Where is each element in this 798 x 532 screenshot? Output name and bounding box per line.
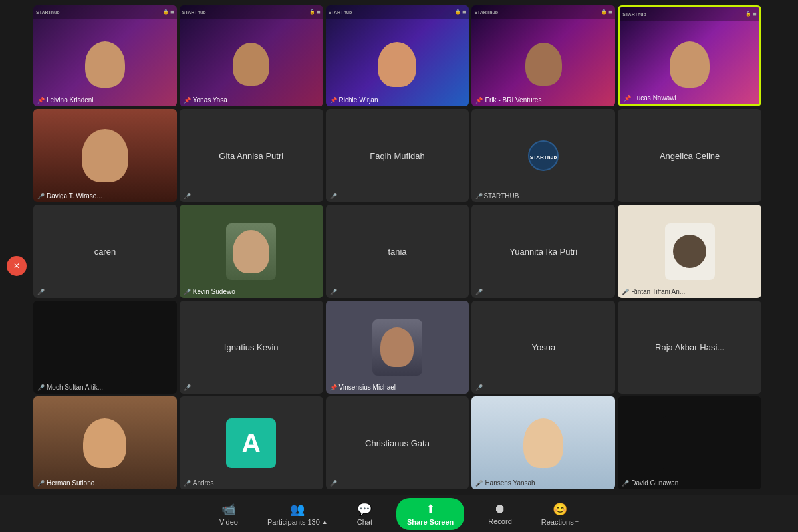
- tile-yosua: Yosua 🎤: [471, 301, 615, 394]
- name-andres: 🎤 Andres: [184, 479, 214, 487]
- reactions-icon: 😊: [553, 502, 567, 517]
- name-tania: tania: [388, 247, 406, 257]
- muted-gita: 🎤: [184, 193, 191, 200]
- record-icon: ⏺: [494, 502, 506, 516]
- muted-caren: 🎤: [37, 289, 45, 295]
- end-meeting-button[interactable]: ✕: [7, 256, 27, 276]
- tile-david: 🎤 David Gunawan: [618, 396, 761, 489]
- name-vinsensius: 📌 Vinsensius Michael: [330, 384, 396, 391]
- muted-yuannita: 🎤: [475, 289, 483, 295]
- video-header-richie: STARThub 🔒 ◼: [326, 5, 469, 19]
- tile-vinsensius: 📌 Vinsensius Michael: [326, 301, 469, 394]
- muted-starthub: 🎤: [475, 193, 483, 200]
- face-yonas: [180, 5, 323, 106]
- record-label: Record: [488, 517, 511, 525]
- name-angelica: Angelica Celine: [660, 151, 720, 161]
- grid-row-4: 🎤 Herman Sutiono A 🎤 Andres Christianus …: [33, 396, 761, 489]
- tile-hansens: 🎤 Hansens Yansah: [471, 396, 615, 489]
- name-kevin: 🎤 Kevin Sudewo: [184, 288, 235, 295]
- name-hansens: 🎤 Hansens Yansah: [475, 479, 535, 487]
- name-yosua: Yosua: [531, 342, 555, 352]
- grid-row-3: 🎤 Moch Sultan Altik... Ignatius Kevin 🎤 …: [33, 301, 761, 394]
- tile-angelica: Angelica Celine: [618, 109, 761, 202]
- video-icon: 📹: [221, 502, 236, 517]
- starthub-logo-icon: STARThub: [527, 139, 560, 172]
- toolbar: 📹 Video 👥 Participants 130 ▲ 💬 Chat ⬆ Sh…: [0, 495, 798, 532]
- name-lucas: 📌 Lucas Nawawi: [624, 94, 676, 102]
- name-david: 🎤 David Gunawan: [622, 479, 678, 487]
- face-erik: [471, 5, 615, 106]
- name-daviga: 🎤 Daviga T. Wirase...: [37, 192, 102, 200]
- name-erik: 📌 Erik - BRI Ventures: [475, 96, 541, 104]
- name-richie: 📌 Richie Wirjan: [330, 96, 378, 104]
- reactions-label: Reactions: [541, 518, 574, 526]
- tile-erik: STARThub 🔒 ◼ 📌 Erik - BRI Ventures: [471, 5, 615, 106]
- tile-leivino: STARThub 🔒 ◼ 📌 Leivino Krisdeni: [33, 5, 177, 106]
- name-rintan: 🎤 Rintan Tiffani An...: [622, 288, 685, 295]
- share-screen-button[interactable]: ⬆ Share Screen: [396, 498, 464, 530]
- tile-tania: tania 🎤: [326, 205, 469, 298]
- muted-faqih: 🎤: [330, 193, 337, 200]
- tile-ignatius: Ignatius Kevin 🎤: [180, 301, 323, 394]
- face-lucas: [620, 7, 759, 104]
- tile-rintan: 🎤 Rintan Tiffani An...: [618, 205, 761, 298]
- name-ignatius: Ignatius Kevin: [224, 342, 279, 352]
- video-header-leivino: STARThub 🔒 ◼: [33, 5, 177, 19]
- tile-daviga: 🎤 Daviga T. Wirase...: [33, 109, 177, 202]
- reactions-button[interactable]: 😊 Reactions +: [536, 499, 584, 529]
- participants-button[interactable]: 👥 Participants 130 ▲: [262, 499, 333, 529]
- video-label: Video: [219, 518, 238, 526]
- tile-yonas: STARThub 🔒 ◼ 📌 Yonas Yasa: [180, 5, 323, 106]
- name-leivino: 📌 Leivino Krisdeni: [37, 96, 94, 104]
- chat-icon: 💬: [357, 502, 372, 517]
- name-gita: Gita Annisa Putri: [219, 151, 283, 161]
- muted-tania: 🎤: [330, 289, 337, 295]
- name-yonas: 📌 Yonas Yasa: [184, 96, 227, 104]
- tile-andres: A 🎤 Andres: [180, 396, 323, 489]
- face-leivino: [33, 5, 177, 106]
- tile-christianus: Christianus Gata 🎤: [326, 396, 469, 489]
- name-caren: caren: [94, 247, 116, 257]
- svg-text:STARThub: STARThub: [530, 154, 557, 160]
- tile-raja: Raja Akbar Hasi...: [618, 301, 761, 394]
- app-container: ✕ STARThub 🔒 ◼ 📌 Leivino Krisdeni: [0, 0, 798, 532]
- video-button[interactable]: 📹 Video: [214, 499, 243, 529]
- record-button[interactable]: ⏺ Record: [483, 499, 517, 528]
- name-raja: Raja Akbar Hasi...: [655, 342, 724, 352]
- name-starthub: STARTHUB: [483, 192, 519, 200]
- video-header-lucas: STARThub 🔒 ◼: [620, 7, 759, 21]
- share-screen-icon: ⬆: [426, 502, 436, 517]
- tile-lucas: STARThub 🔒 ◼ 📌 Lucas Nawawi: [618, 5, 761, 106]
- top-speaker-row: STARThub 🔒 ◼ 📌 Leivino Krisdeni STARThub…: [33, 5, 761, 106]
- name-yuannita: Yuannita Ika Putri: [509, 247, 577, 257]
- tile-kevin: 🎤 Kevin Sudewo: [180, 205, 323, 298]
- muted-yosua: 🎤: [475, 384, 483, 391]
- participants-label: Participants: [267, 518, 305, 526]
- chat-label: Chat: [357, 518, 372, 526]
- tile-yuannita: Yuannita Ika Putri 🎤: [471, 205, 615, 298]
- name-moch: 🎤 Moch Sultan Altik...: [37, 384, 103, 391]
- grid-row-2: caren 🎤 🎤 Kevin Sudewo tania 🎤 Y: [33, 205, 761, 298]
- name-christianus: Christianus Gata: [365, 438, 430, 448]
- name-herman: 🎤 Herman Sutiono: [37, 479, 94, 487]
- main-video-area: STARThub 🔒 ◼ 📌 Leivino Krisdeni STARThub…: [0, 0, 798, 495]
- tile-starthub: STARThub 🎤 STARTHUB: [471, 109, 615, 202]
- name-faqih: Faqih Mufidah: [370, 151, 424, 161]
- participants-icon: 👥: [290, 502, 305, 517]
- participants-chevron-icon: ▲: [322, 519, 328, 525]
- muted-ignatius: 🎤: [184, 384, 191, 391]
- tile-caren: caren 🎤: [33, 205, 177, 298]
- tile-faqih: Faqih Mufidah 🎤: [326, 109, 469, 202]
- tile-richie: STARThub 🔒 ◼ 📌 Richie Wirjan: [326, 5, 469, 106]
- video-header-yonas: STARThub 🔒 ◼: [180, 5, 323, 19]
- tile-herman: 🎤 Herman Sutiono: [33, 396, 177, 489]
- video-header-erik: STARThub 🔒 ◼: [471, 5, 615, 19]
- share-screen-label: Share Screen: [407, 518, 454, 526]
- chat-button[interactable]: 💬 Chat: [352, 499, 378, 529]
- tile-gita: Gita Annisa Putri 🎤: [180, 109, 323, 202]
- face-richie: [326, 5, 469, 106]
- left-controls: ✕: [7, 256, 27, 276]
- grid-row-1: 🎤 Daviga T. Wirase... Gita Annisa Putri …: [33, 109, 761, 202]
- tile-moch: 🎤 Moch Sultan Altik...: [33, 301, 177, 394]
- participants-count: 130: [307, 518, 319, 526]
